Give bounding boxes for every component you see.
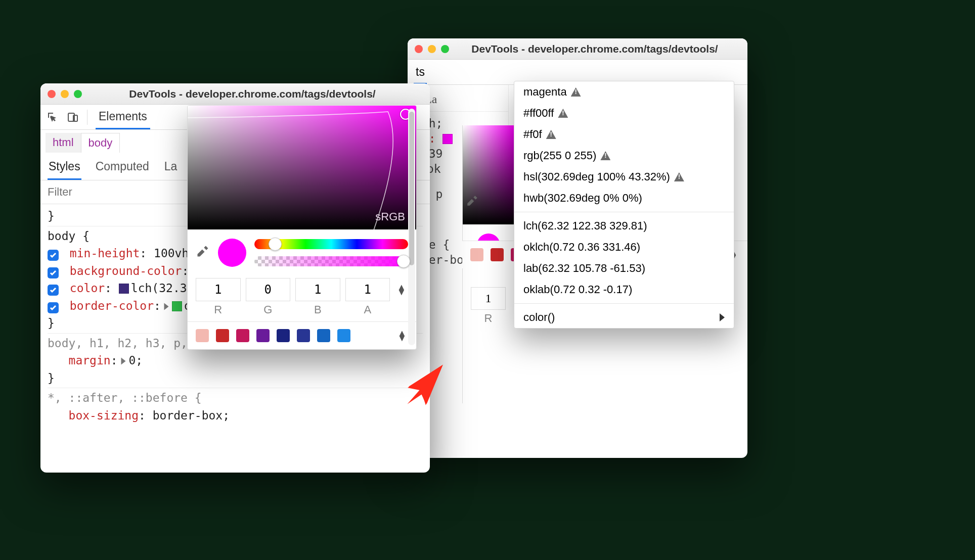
device-toggle-icon[interactable] [67, 111, 79, 123]
expand-icon[interactable] [164, 303, 168, 310]
annotation-arrow [398, 362, 449, 412]
palette-swatch[interactable] [277, 329, 290, 342]
inspect-icon[interactable] [47, 111, 59, 123]
minimize-dot[interactable] [61, 90, 69, 98]
minimize-dot[interactable] [428, 45, 436, 53]
palette-swatch[interactable] [196, 329, 209, 342]
color-format-menu: magenta #ff00ff #f0f rgb(255 0 255) hsl(… [514, 81, 734, 329]
rule-selector[interactable]: *, ::after, ::before { [48, 389, 423, 407]
channel-input-b[interactable]: 1 [295, 278, 340, 301]
color-swatch[interactable] [442, 134, 453, 144]
color-space-label: sRGB [375, 210, 405, 223]
color-spectrum[interactable]: sRGB [188, 106, 416, 229]
alpha-slider[interactable] [254, 256, 408, 266]
palette-swatch[interactable] [317, 329, 330, 342]
palette-swatch[interactable] [491, 248, 504, 261]
color-swatch[interactable] [172, 301, 182, 311]
titlebar: DevTools - developer.chrome.com/tags/dev… [40, 83, 430, 105]
menu-item[interactable]: rgb(255 0 255) [514, 145, 734, 166]
palette-swatch[interactable] [256, 329, 270, 342]
subtab-computed[interactable]: Computed [95, 157, 150, 180]
color-swatch[interactable] [119, 284, 129, 294]
warning-icon [558, 109, 568, 118]
subtab-layout[interactable]: La [163, 157, 179, 180]
warning-icon [571, 87, 581, 97]
color-picker: sRGB 1 0 1 1 ▲▼ R G B A ▲▼ [187, 105, 417, 350]
menu-item[interactable]: oklab(0.72 0.32 -0.17) [514, 279, 734, 300]
menu-item[interactable]: hsl(302.69deg 100% 43.32%) [514, 166, 734, 188]
channel-label: G [246, 303, 291, 316]
checkbox-icon[interactable] [48, 285, 59, 296]
checkbox-icon[interactable] [48, 267, 59, 278]
warning-icon [546, 130, 556, 139]
channel-inputs: 1 0 1 1 ▲▼ [188, 270, 416, 303]
hue-slider[interactable] [254, 239, 408, 249]
chevron-right-icon [720, 313, 725, 321]
palette-switcher[interactable]: ▲▼ [396, 331, 408, 341]
menu-item-submenu[interactable]: color() [514, 307, 734, 328]
rule-prop[interactable]: margin:0; [48, 352, 423, 369]
rule-brace-close: } [48, 369, 423, 387]
crumb-html[interactable]: html [46, 133, 81, 153]
titlebar: DevTools - developer.chrome.com/tags/dev… [408, 38, 747, 60]
tab-elements[interactable]: Elements [96, 105, 150, 129]
warning-icon [674, 172, 684, 181]
tab-elements-truncated[interactable]: ​ts [414, 61, 427, 84]
scrollbar[interactable] [408, 109, 415, 345]
current-color-swatch [218, 239, 246, 267]
window-title: DevTools - developer.chrome.com/tags/dev… [82, 88, 423, 100]
close-dot[interactable] [48, 90, 56, 98]
menu-item[interactable]: magenta [514, 81, 734, 103]
channel-label: A [345, 303, 390, 316]
slider-thumb[interactable] [269, 238, 282, 251]
crumb-body[interactable]: body [81, 133, 120, 153]
channel-input-r[interactable]: 1 [196, 278, 241, 301]
menu-item[interactable]: lch(62.32 122.38 329.81) [514, 215, 734, 237]
palette-swatch[interactable] [470, 248, 483, 261]
checkbox-icon[interactable] [48, 302, 59, 313]
menu-item[interactable]: hwb(302.69deg 0% 0%) [514, 188, 734, 209]
menu-item[interactable]: #f0f [514, 124, 734, 145]
traffic-lights [415, 45, 449, 53]
maximize-dot[interactable] [441, 45, 449, 53]
filter-input[interactable] [48, 185, 159, 199]
close-dot[interactable] [415, 45, 423, 53]
channel-labels: R G B A [188, 303, 416, 321]
palette-row: ▲▼ [188, 321, 416, 349]
traffic-lights [48, 90, 82, 98]
channel-input-a[interactable]: 1 [345, 278, 390, 301]
palette-swatch[interactable] [216, 329, 229, 342]
eyedropper-icon[interactable] [196, 244, 210, 261]
subtab-styles[interactable]: Styles [48, 157, 81, 180]
maximize-dot[interactable] [74, 90, 82, 98]
channel-label-r: R [463, 312, 514, 325]
expand-icon[interactable] [121, 358, 125, 365]
channel-input-r[interactable]: 1 [471, 287, 506, 310]
color-spectrum[interactable] [463, 125, 514, 224]
window-title: DevTools - developer.chrome.com/tags/dev… [449, 43, 740, 55]
eyedropper-icon[interactable] [466, 194, 481, 209]
palette-swatch[interactable] [236, 329, 249, 342]
menu-item[interactable]: oklch(0.72 0.36 331.46) [514, 237, 734, 258]
palette-swatch[interactable] [297, 329, 310, 342]
channel-input-g[interactable]: 0 [246, 278, 291, 301]
menu-item[interactable]: lab(62.32 105.78 -61.53) [514, 258, 734, 279]
palette-swatch[interactable] [337, 329, 350, 342]
channel-label: B [295, 303, 340, 316]
checkbox-icon[interactable] [48, 250, 59, 261]
format-switcher[interactable]: ▲▼ [395, 285, 408, 295]
rule-prop[interactable]: box-sizing: border-box; [48, 407, 423, 425]
slider-thumb[interactable] [397, 255, 410, 268]
menu-item[interactable]: #ff00ff [514, 103, 734, 124]
channel-label: R [196, 303, 241, 316]
warning-icon [600, 151, 610, 160]
